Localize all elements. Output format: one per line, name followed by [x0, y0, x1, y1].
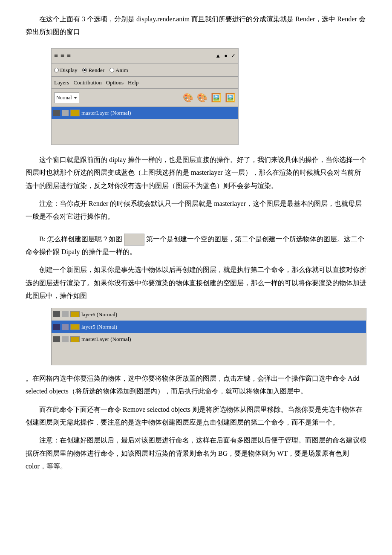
paragraph-3-note: 注意：当你点开 Render 的时候系统会默认只一个图层就是 masterlay…: [26, 197, 366, 223]
radio-display-label: Display: [60, 65, 77, 75]
toolbar-btn-4: 🖼️: [225, 90, 236, 105]
radio-anim-label: Anim: [115, 65, 128, 75]
ui-toolbar: ≡ ≡ ≡ ▲ ● ✓: [52, 49, 238, 64]
controls-row: Normal 🎨 🎨 🖼️ 🖼️: [52, 89, 238, 107]
layer-row-layer5: layer5 (Normal): [52, 321, 366, 333]
layer5-vis-icon: [53, 324, 60, 330]
toolbar-icon-5: ●: [224, 51, 228, 61]
toolbar-icon-1: ≡: [54, 50, 58, 62]
render-window-ui: ≡ ≡ ≡ ▲ ● ✓ Display Render Anim Layers C…: [51, 48, 239, 145]
radio-row: Display Render Anim: [52, 64, 238, 77]
toolbar-btn-2: 🎨: [197, 90, 208, 105]
layer-masterlayer: masterLayer (Normal): [52, 107, 238, 119]
radio-display-circle: [54, 68, 59, 72]
paragraph-6: 。在网格内选中你要渲染的物体，选中你要将物体所放置的图层，点击左键，会弹出一个操…: [26, 372, 366, 398]
master2-vis-icon: [53, 336, 60, 342]
menu-options: Options: [106, 78, 124, 87]
paragraph-4: B: 怎么样创建图层呢？如图 第一个是创建一个空的图层，第二个是创建一个所选物体…: [26, 233, 366, 259]
layer6-icon2: [62, 311, 69, 317]
menu-help: Help: [128, 78, 138, 87]
dropdown-value: Normal: [56, 93, 72, 103]
layer5-icon2: [62, 324, 69, 330]
radio-anim: Anim: [110, 65, 128, 75]
layer-type-icon: [70, 110, 80, 116]
layer6-type-icon: [70, 311, 80, 317]
layer-icon-2: [62, 110, 69, 116]
toolbar-icon-2: ≡: [61, 50, 64, 62]
paragraph-2: 这个窗口就是跟前面的 diplay 操作一样的，也是图层直接的操作。好了，我们来…: [26, 153, 366, 192]
toolbar-icon-3: ≡: [67, 50, 71, 62]
radio-anim-circle: [110, 68, 114, 72]
paragraph-5: 创建一个新图层，如果你是事先选中物体以后再创建的图层，就是执行第二个命令，那么你…: [26, 263, 366, 302]
layer-vis-icon: [53, 110, 60, 116]
master2-icon2: [62, 336, 69, 342]
radio-render-circle: [82, 68, 87, 72]
radio-render-label: Render: [88, 65, 104, 75]
layer-row-masterlayer2: masterLayer (Normal): [52, 333, 366, 345]
paragraph-8-note: 注意：在创建好图层以后，最后对该图层进行命名，这样在后面有多图层以后便于管理。而…: [26, 434, 366, 473]
radio-display: Display: [54, 65, 77, 75]
layer6-vis-icon: [53, 311, 60, 317]
toolbar-icon-4: ▲: [215, 51, 221, 61]
radio-render: Render: [82, 65, 104, 75]
para4-prefix: B: 怎么样创建图层呢？如图: [39, 235, 122, 243]
menu-bar: Layers Contribution Options Help: [52, 77, 238, 89]
master2-type-icon: [70, 336, 80, 342]
toolbar-icon-6: ✓: [231, 51, 236, 61]
menu-contribution: Contribution: [73, 78, 101, 87]
layer5-type-icon: [70, 324, 80, 330]
toolbar-btn-1: 🎨: [183, 90, 193, 105]
dropdown-arrow-icon: [74, 97, 77, 99]
inline-icons-image: [124, 234, 144, 246]
normal-dropdown[interactable]: Normal: [54, 92, 79, 104]
layers-empty-area: [52, 346, 366, 365]
paragraph-7: 而在此命令下面还有一命令 Remove selectod objects 则是将…: [26, 403, 366, 429]
layer5-name: layer5 (Normal): [81, 322, 117, 332]
layer-row-layer6: layer6 (Normal): [52, 308, 366, 321]
layer-list-empty: [52, 119, 238, 145]
paragraph-1: 在这个上面有 3 个选项，分别是 display.render.anim 而且我…: [26, 13, 366, 39]
layer6-name: layer6 (Normal): [81, 309, 117, 319]
layer-name: masterLayer (Normal): [81, 108, 131, 118]
toolbar-btn-3: 🖼️: [211, 90, 222, 105]
master2-name: masterLayer (Normal): [81, 334, 131, 344]
menu-layers: Layers: [54, 78, 69, 87]
layers-list-ui: layer6 (Normal) layer5 (Normal) masterLa…: [51, 308, 366, 365]
